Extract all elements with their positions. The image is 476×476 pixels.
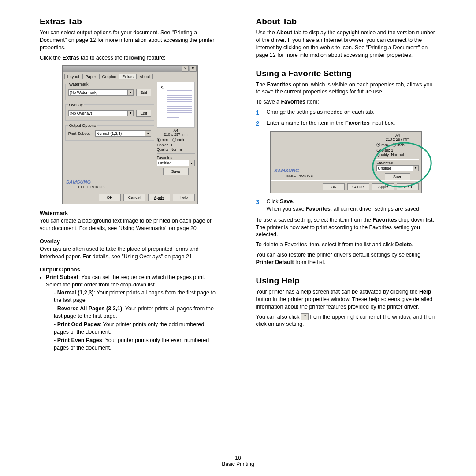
cancel-button[interactable]: Cancel [123,194,145,201]
favorites-save-button[interactable]: Save [385,173,410,180]
output-bullet: Print Subset: You can set the sequence i… [46,274,220,352]
step-1: Change the settings as needed on each ta… [267,108,375,117]
favorites-select[interactable]: Untitled [157,160,189,166]
cancel-button[interactable]: Cancel [347,183,369,190]
heading-using-help: Using Help [256,276,437,286]
chevron-down-icon[interactable]: ▼ [128,89,134,96]
extras-intro-1: You can select output options for your d… [40,29,220,52]
heading-about-tab: About Tab [256,17,437,26]
dialog-tabstrip: Layout Paper Graphic Extras About [63,72,197,79]
group-output-options: Output Options Print Subset Normal (1,2,… [65,123,154,141]
watermark-heading: Watermark [40,210,220,216]
watermark-edit-button[interactable]: Edit [136,89,151,96]
favorites-save-button[interactable]: Save [163,168,189,175]
help-p1: Your printer has a help screen that can … [256,288,437,311]
tab-graphic[interactable]: Graphic [99,74,119,79]
question-icon: ? [301,313,309,320]
fav-p2: To save a Favorites item: [256,98,437,106]
apply-button[interactable]: Apply [372,183,394,190]
unit-radio: mm inch [157,138,195,142]
tab-about[interactable]: About [137,74,153,79]
page-preview: S [157,82,195,128]
watermark-text: You can create a background text image t… [40,217,220,232]
unit-inch-radio[interactable]: inch [172,138,184,142]
quality-label: Quality: Normal [157,147,195,152]
favorites-legend: Favorites [157,156,195,160]
fav-p4: To delete a Favorites item, select it fr… [256,241,437,249]
overlay-legend: Overlay [68,103,84,107]
page-footer: 16 Basic Printing [0,455,476,467]
print-subset-label: Print Subset [68,131,93,136]
column-divider [238,21,238,397]
overlay-heading: Overlay [40,238,220,245]
heading-favorite-setting: Using a Favorite Setting [256,69,437,78]
output-heading: Output Options [40,267,220,273]
chevron-down-icon[interactable]: ▼ [413,165,419,171]
paper-size-caption: A4 210 x 297 mm [157,129,195,137]
help-button[interactable]: Help [397,183,419,190]
chevron-down-icon[interactable]: ▼ [145,130,151,137]
fav-p1: The Favorites option, which is visible o… [256,81,437,96]
copies-label: Copies: 1 [157,143,195,147]
ok-button[interactable]: OK [323,183,345,190]
extras-dialog: ? ✕ Layout Paper Graphic Extras About Wa… [62,65,198,205]
group-watermark: Watermark (No Watermark) ▼ Edit [65,82,154,100]
watermark-select[interactable]: (No Watermark) [68,89,128,96]
tab-extras[interactable]: Extras [119,74,137,79]
extras-intro-2: Click the Extras tab to access the follo… [40,54,220,62]
step-3: Click Save. When you save Favorites, all… [267,198,421,213]
help-p2: You can also click ? from the upper righ… [256,313,437,328]
watermark-legend: Watermark [68,82,89,86]
step-2: Enter a name for the item in the Favorit… [267,119,395,128]
fav-p5: You can also restore the printer driver'… [256,251,437,266]
unit-mm-radio[interactable]: mm [376,143,388,147]
right-column: About Tab Use the About tab to display t… [256,17,437,414]
favorites-dialog-crop: SAMSUNG ELECTRONICS A4 210 x 297 mm mm i… [270,131,422,193]
dialog-titlebar: ? ✕ [63,66,197,72]
apply-button[interactable]: Apply [148,194,170,201]
tab-layout[interactable]: Layout [64,74,82,79]
help-button[interactable]: Help [173,194,195,201]
left-column: Extras Tab You can select output options… [40,17,220,414]
fav-p3: To use a saved setting, select the item … [256,216,437,239]
overlay-edit-button[interactable]: Edit [136,110,151,117]
tab-paper[interactable]: Paper [82,74,99,79]
chevron-down-icon[interactable]: ▼ [128,110,134,116]
about-text: Use the About tab to display the copyrig… [256,29,437,59]
titlebar-help-button[interactable]: ? [182,66,189,72]
group-overlay: Overlay (No Overlay) ▼ Edit [65,103,154,121]
print-subset-select[interactable]: Normal (1,2,3) [95,130,145,137]
output-legend: Output Options [68,123,97,128]
ok-button[interactable]: OK [99,194,121,201]
preview-letter: S [161,85,164,90]
heading-extras-tab: Extras Tab [40,17,220,26]
overlay-select[interactable]: (No Overlay) [68,110,128,116]
brand-row: SAMSUNG ELECTRONICS [63,178,197,191]
unit-mm-radio[interactable]: mm [157,138,168,142]
unit-inch-radio[interactable]: inch [392,143,405,147]
favorites-select[interactable]: Untitled [376,165,413,171]
titlebar-close-button[interactable]: ✕ [190,66,197,72]
chevron-down-icon[interactable]: ▼ [189,160,195,166]
overlay-text: Overlays are often used to take the plac… [40,245,220,260]
